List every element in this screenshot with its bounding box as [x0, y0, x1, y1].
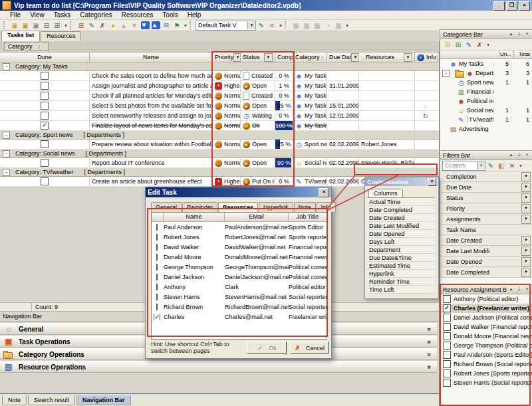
customization-item-date-opened[interactable]: Date Opened	[367, 230, 435, 238]
column-header-status[interactable]: Status▼	[241, 52, 275, 62]
done-checkbox[interactable]	[41, 102, 49, 110]
category-tree-item-political-news[interactable]: ☻ Political news	[440, 96, 532, 106]
column-header-unfinished[interactable]: Un...	[499, 51, 514, 58]
dialog-resource-row[interactable]: Robert Jones RobertJones@mail.net Sports…	[152, 232, 327, 242]
dialog-tab-reminder[interactable]: Reminder	[182, 202, 217, 212]
menu-file[interactable]: File	[5, 11, 25, 19]
resource-item-richard-brown[interactable]: Richard Brown (Social reporter )	[440, 359, 532, 369]
filter-row-date-created[interactable]: Date Created ▼	[440, 235, 532, 246]
dialog-resource-row[interactable]: Richard Brown RichardBrown@mail.net Soci…	[152, 302, 327, 312]
remove-filter-button[interactable]: ✕	[507, 161, 517, 171]
chevron-expand-icon[interactable]: »	[426, 352, 434, 356]
inactive-tool-1-button[interactable]: ▦	[291, 21, 301, 31]
filter-dropdown-icon[interactable]: ▼	[233, 53, 241, 62]
toolbar-overflow-icon[interactable]: ▾	[485, 42, 491, 48]
category-tree-item-advertising[interactable]: ▤ Advertising	[440, 124, 532, 134]
open-database-button[interactable]: ▣	[20, 21, 31, 31]
dialog-tab-resources[interactable]: Resources	[218, 202, 258, 212]
done-checkbox[interactable]	[41, 140, 49, 148]
filter-row-priority[interactable]: Priority ▼	[440, 203, 532, 214]
toolbar-grip[interactable]	[190, 21, 193, 29]
dialog-tab-hyperlink[interactable]: Hyperlink	[259, 202, 293, 212]
resource-checkbox[interactable]	[443, 351, 451, 359]
filter-row-status[interactable]: Status ▼	[440, 193, 532, 203]
column-header-done[interactable]: Done	[0, 52, 90, 62]
filter-row-assignments[interactable]: Assignments ▼	[440, 214, 532, 225]
dialog-resource-row[interactable]: ✓ Charles Charles@mail.net Freelancer wr…	[152, 312, 327, 322]
bottom-tab-note[interactable]: Note	[2, 395, 27, 405]
panel-pin-button[interactable]: ⊥	[515, 31, 523, 38]
task-view-combo[interactable]: Default Task V ▼	[196, 21, 256, 31]
panel-close-button[interactable]: ×	[523, 152, 531, 159]
panel-collapse-button[interactable]: ▴	[507, 152, 515, 159]
resource-checkbox[interactable]	[443, 360, 451, 368]
menu-tools[interactable]: Tools	[158, 11, 182, 19]
customization-item-reminder-time[interactable]: Reminder Time	[367, 278, 435, 286]
collapse-icon[interactable]: -	[3, 63, 10, 70]
filter-row-date-opened[interactable]: Date Opened ▼	[440, 256, 532, 267]
column-header-resources[interactable]: Resources▼	[359, 52, 415, 62]
done-checkbox[interactable]: ✓	[41, 122, 49, 130]
resource-checkbox[interactable]	[443, 369, 451, 377]
filter-dropdown-icon[interactable]: ▼	[521, 215, 531, 224]
print-button[interactable]: ⊟	[41, 21, 52, 31]
nav-item-resource-operations[interactable]: ▤ Resource Operations »	[0, 361, 437, 373]
customization-item-date-created[interactable]: Date Created	[367, 214, 435, 222]
filter-dropdown-icon[interactable]: ▼	[521, 247, 531, 256]
filter-dropdown-icon[interactable]: ▼	[264, 53, 273, 62]
category-tree-item-tv-weather[interactable]: ✎ TV/weather 1 1	[440, 115, 532, 124]
dialog-resource-row[interactable]: Paul Anderson PaulAnderson@mail.net Spor…	[152, 222, 327, 232]
menu-categories[interactable]: Categories	[75, 11, 116, 19]
resource-checkbox[interactable]	[443, 332, 451, 340]
delete-category-button[interactable]: ✗	[474, 40, 485, 50]
group-row[interactable]: - Category: TV/weather [ Departments ]	[0, 168, 439, 177]
inactive-tool-2-button[interactable]: ▦	[301, 21, 312, 31]
column-header-email[interactable]: EMail	[225, 213, 289, 221]
collapse-icon[interactable]: -	[3, 150, 10, 157]
filter-preset-combo[interactable]: Custom ▼	[442, 161, 485, 171]
group-row[interactable]: - Category: Sport news [ Departments ]	[0, 131, 439, 140]
toolbar-overflow-icon[interactable]: ▾	[63, 23, 69, 29]
category-tree-item-financial-news[interactable]: ▥ Financial news	[440, 87, 532, 96]
done-checkbox[interactable]	[41, 92, 49, 100]
toolbar-grip[interactable]	[285, 21, 288, 29]
toolbar-grip[interactable]	[70, 21, 73, 29]
resource-checkbox[interactable]	[156, 274, 158, 280]
task-row[interactable]: Prepare review about situation within Fo…	[0, 140, 439, 150]
inactive-tool-4-button[interactable]: ◔	[323, 21, 333, 31]
inactive-tool-5-button[interactable]: ▦	[333, 21, 344, 31]
task-row[interactable]: Select newsworthy releases and assign to…	[0, 111, 439, 121]
customization-item-due-date-time[interactable]: Due Date&Time	[367, 254, 435, 262]
filter-dropdown-icon[interactable]: ▼	[521, 172, 531, 181]
delete-task-button[interactable]: ✗	[97, 21, 108, 31]
filter-row-task-name[interactable]: Task Name	[440, 225, 532, 235]
resource-checkbox[interactable]	[156, 254, 158, 260]
filter-row-date-completed[interactable]: Date Completed ▼	[440, 267, 532, 278]
filter-dropdown-icon[interactable]: ▼	[521, 257, 531, 266]
dialog-tab-note[interactable]: Note	[294, 202, 316, 212]
resource-item-charles[interactable]: ✓ Charles (Freelancer writer)	[440, 304, 532, 313]
toolbar-overflow-icon[interactable]: ▾	[344, 23, 350, 29]
customization-item-estimated-time[interactable]: Estimated Time	[367, 262, 435, 270]
customization-tab-columns[interactable]: Columns	[368, 189, 403, 197]
flag-button[interactable]: ⚑	[172, 21, 182, 31]
done-checkbox[interactable]	[41, 112, 49, 120]
task-row[interactable]: Check if all planned articles for Monday…	[0, 91, 439, 101]
group-row[interactable]: - Category: My Tasks	[0, 62, 439, 71]
dialog-resource-row[interactable]: Anthony Clark Political editor	[152, 282, 327, 292]
resource-item-steven-harris[interactable]: Steven Harris (Social reporter)	[440, 378, 532, 387]
resource-item-robert-jones[interactable]: Robert Jones (Sports reporter)	[440, 369, 532, 378]
collapse-icon[interactable]: -	[442, 70, 450, 77]
customization-item-department[interactable]: Department	[367, 246, 435, 254]
done-checkbox[interactable]	[41, 177, 49, 185]
chevron-expand-icon[interactable]: »	[426, 340, 434, 344]
resource-item-anthony[interactable]: Anthony (Political editor)	[440, 294, 532, 304]
resource-checkbox[interactable]	[156, 234, 158, 241]
edit-category-button[interactable]: ✎	[464, 40, 474, 50]
group-by-chip-category[interactable]: Category /	[4, 42, 49, 51]
column-header-job-title[interactable]: Job Title	[289, 213, 327, 221]
erase-filter-button[interactable]: ◧	[496, 161, 507, 171]
resource-checkbox[interactable]	[156, 304, 158, 310]
add-task-button[interactable]: ⊞	[76, 21, 86, 31]
filter-row-completion[interactable]: Completion ▼	[440, 171, 532, 182]
